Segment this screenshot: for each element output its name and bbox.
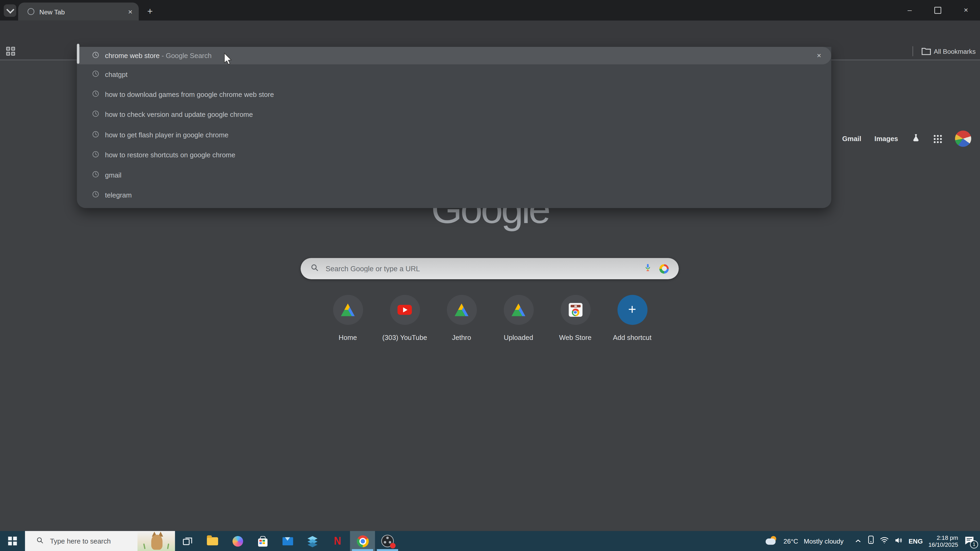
network-icon bbox=[880, 537, 889, 544]
google-drive-icon bbox=[340, 303, 355, 317]
shortcut-label: Add shortcut bbox=[613, 333, 651, 341]
volume-tray-icon[interactable] bbox=[894, 535, 903, 546]
task-view-button[interactable] bbox=[175, 531, 200, 551]
netflix-button[interactable]: N bbox=[325, 531, 350, 551]
lens-center bbox=[662, 266, 667, 271]
suggestion-text: gmail bbox=[105, 171, 121, 179]
labs-flask-icon bbox=[911, 132, 921, 143]
start-button[interactable] bbox=[0, 531, 25, 551]
date: 16/10/2025 bbox=[928, 541, 958, 548]
tab-new-tab[interactable]: New Tab × bbox=[18, 2, 139, 21]
all-bookmarks-label[interactable]: All Bookmarks bbox=[934, 48, 975, 55]
shortcut-circle bbox=[447, 295, 477, 325]
suggestion-row-selected[interactable]: chrome web store - Google Search × bbox=[77, 47, 831, 64]
search-highlight-animal-image[interactable] bbox=[137, 531, 175, 551]
shortcut-label: Jethro bbox=[452, 333, 471, 341]
task-view-icon bbox=[182, 536, 192, 546]
tray-expand-button[interactable] bbox=[854, 535, 861, 546]
restore-button[interactable] bbox=[924, 0, 952, 20]
suggestion-row[interactable]: how to download games from google chrome… bbox=[77, 84, 831, 105]
suggestion-suffix: - Google Search bbox=[159, 52, 212, 59]
search-input[interactable] bbox=[325, 264, 644, 273]
tab-groups-icon[interactable] bbox=[6, 47, 16, 56]
shortcut-uploaded[interactable]: Uploaded bbox=[503, 295, 533, 341]
search-labs-button[interactable] bbox=[911, 132, 921, 145]
weather-condition[interactable]: Mostly cloudy bbox=[804, 537, 843, 545]
history-icon bbox=[92, 129, 99, 140]
shortcut-circle bbox=[390, 295, 420, 325]
language-indicator[interactable]: ENG bbox=[908, 537, 923, 545]
mail-button[interactable] bbox=[275, 531, 300, 551]
all-bookmarks-button[interactable] bbox=[921, 47, 931, 58]
suggestion-row[interactable]: telegram bbox=[77, 185, 831, 205]
weather-icon[interactable] bbox=[765, 535, 778, 546]
title-bar: New Tab × + – × bbox=[0, 0, 980, 21]
images-link[interactable]: Images bbox=[874, 135, 898, 142]
restore-icon bbox=[934, 7, 941, 14]
remove-suggestion-icon[interactable]: × bbox=[817, 51, 821, 60]
gmail-link[interactable]: Gmail bbox=[842, 135, 861, 142]
recording-dot bbox=[390, 543, 396, 548]
suggestion-text: how to download games from google chrome… bbox=[105, 91, 274, 98]
history-icon bbox=[92, 89, 99, 100]
history-icon bbox=[92, 189, 99, 201]
file-explorer-icon bbox=[207, 537, 218, 545]
suggestion-row[interactable]: how to get flash player in google chrome bbox=[77, 125, 831, 145]
windows-taskbar: N 26°C Mostly cloudy ENG bbox=[0, 531, 980, 551]
suggestion-row[interactable]: chatgpt bbox=[77, 64, 831, 85]
running-indicator bbox=[352, 549, 373, 551]
weather-temp[interactable]: 26°C bbox=[783, 537, 798, 545]
suggestion-row[interactable]: how to check version and update google c… bbox=[77, 105, 831, 125]
shortcut-home[interactable]: Home bbox=[333, 295, 363, 341]
microphone-icon bbox=[644, 263, 652, 272]
suggestion-row[interactable]: how to restore shortcuts on google chrom… bbox=[77, 145, 831, 165]
mail-icon bbox=[282, 537, 293, 545]
running-indicator bbox=[377, 549, 398, 551]
shortcut-web-store[interactable]: Web Store bbox=[560, 295, 590, 341]
window-controls: – × bbox=[896, 0, 980, 20]
suggestion-row[interactable]: gmail bbox=[77, 165, 831, 185]
file-explorer-button[interactable] bbox=[200, 531, 225, 551]
device-tray-icon[interactable] bbox=[867, 535, 874, 546]
network-tray-icon[interactable] bbox=[880, 535, 889, 546]
pinned-app-button[interactable] bbox=[300, 531, 325, 551]
chrome-taskbar-button[interactable] bbox=[350, 531, 375, 551]
history-icon bbox=[92, 169, 99, 181]
taskbar-search-box[interactable] bbox=[25, 531, 175, 551]
shortcut-jethro[interactable]: Jethro bbox=[447, 295, 477, 341]
close-button[interactable]: × bbox=[952, 0, 980, 20]
copilot-button[interactable] bbox=[225, 531, 250, 551]
shortcut-circle bbox=[503, 295, 533, 325]
google-apps-grid-icon[interactable] bbox=[934, 135, 942, 143]
new-tab-button[interactable]: + bbox=[144, 5, 156, 16]
clock[interactable]: 2:18 pm 16/10/2025 bbox=[928, 534, 958, 548]
bookmarks-separator bbox=[912, 46, 913, 56]
dropdown-edge-indicator bbox=[77, 44, 80, 64]
voice-search-button[interactable] bbox=[644, 263, 652, 275]
google-drive-icon bbox=[511, 303, 526, 317]
microsoft-store-button[interactable] bbox=[250, 531, 275, 551]
tab-title: New Tab bbox=[40, 8, 65, 15]
google-lens-button[interactable] bbox=[659, 264, 669, 273]
add-shortcut-button[interactable]: + Add shortcut bbox=[617, 295, 648, 341]
notification-center-button[interactable]: 1 bbox=[964, 535, 976, 546]
minimize-button[interactable]: – bbox=[896, 0, 924, 20]
shortcut-youtube[interactable]: (303) YouTube bbox=[390, 295, 420, 341]
search-icon bbox=[310, 263, 319, 274]
suggestion-text: chatgpt bbox=[105, 71, 127, 78]
chrome-window: New Tab × + – × ← → × i google.com/searc… bbox=[0, 0, 980, 551]
tab-search-button[interactable] bbox=[4, 4, 16, 17]
youtube-icon bbox=[398, 305, 412, 315]
phone-icon bbox=[867, 535, 874, 544]
obs-button[interactable] bbox=[375, 531, 400, 551]
plus-icon: + bbox=[628, 303, 636, 317]
google-search-box[interactable] bbox=[301, 258, 679, 279]
account-avatar[interactable] bbox=[955, 131, 971, 147]
chevron-up-icon bbox=[854, 538, 861, 544]
tab-close-icon[interactable]: × bbox=[128, 8, 132, 15]
toolbar: ← → × i google.com/search?q=chrome+web+s… bbox=[0, 21, 980, 44]
chrome-icon bbox=[356, 535, 369, 547]
windows-logo-icon bbox=[8, 537, 17, 545]
notification-badge: 1 bbox=[970, 540, 978, 549]
taskbar-search-input[interactable] bbox=[49, 537, 132, 545]
